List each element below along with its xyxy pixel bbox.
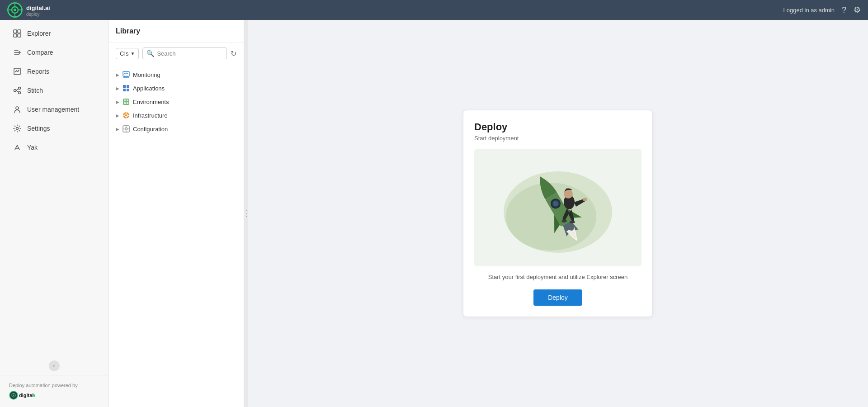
tree-item-label: Applications [133,85,165,92]
infrastructure-icon [122,111,130,119]
yak-icon [13,143,22,152]
svg-point-2 [14,9,16,11]
sidebar-item-explorer[interactable]: Explorer [4,24,104,43]
svg-rect-25 [123,89,126,91]
svg-rect-23 [123,85,126,88]
library-title: Library [108,20,244,43]
sidebar-item-label: Reports [27,68,49,75]
tree-arrow-infrastructure: ▶ [116,113,119,118]
panel-resizer[interactable]: ⋮ [244,20,248,407]
sidebar-item-label: Yak [27,144,38,151]
logo-area: digital.ai deploy [7,2,50,18]
svg-point-39 [125,128,127,130]
sidebar-item-label: Explorer [27,30,51,37]
sidebar-item-yak[interactable]: Yak [4,138,104,156]
reports-icon [13,67,22,76]
tree-item-label: Infrastructure [133,112,168,119]
svg-rect-26 [127,89,129,91]
svg-rect-30 [124,102,126,104]
deploy-card-subtitle: Start deployment [474,135,642,142]
tree-arrow-configuration: ▶ [116,127,119,132]
svg-point-47 [583,198,587,201]
svg-rect-27 [123,99,129,105]
svg-point-19 [13,395,14,396]
library-toolbar: CIs ▼ 🔍 ↻ [108,43,244,64]
user-management-icon [13,105,22,114]
tree-item-label: Environments [133,99,169,105]
tree-arrow-monitoring: ▶ [116,72,119,77]
footer-text: Deploy automation powered by [9,383,99,388]
help-icon[interactable]: ? [842,5,846,15]
cls-dropdown[interactable]: CIs ▼ [116,48,139,59]
sidebar-item-user-management[interactable]: User management [4,100,104,118]
tree-item-label: Monitoring [133,71,160,78]
sidebar-item-label: User management [27,106,79,113]
topbar: digital.ai deploy Logged in as admin ? ⚙ [0,0,868,20]
svg-text:.ai: .ai [31,393,36,398]
explorer-icon [13,29,22,38]
monitoring-icon [122,71,130,79]
sidebar-item-settings[interactable]: Settings [4,119,104,137]
svg-rect-9 [14,34,17,37]
collapse-sidebar-button[interactable]: ‹ [49,360,60,371]
tree-item-environments[interactable]: ▶ Environments [108,95,244,109]
tree-item-monitoring[interactable]: ▶ Monitoring [108,68,244,81]
deploy-button[interactable]: Deploy [533,289,582,306]
main-layout: Explorer Compare Repor [0,20,868,407]
search-icon: 🔍 [146,50,154,57]
sidebar: Explorer Compare Repor [0,20,108,407]
settings-icon[interactable]: ⚙ [854,5,861,15]
tree-item-configuration[interactable]: ▶ Configuration [108,122,244,136]
tree-item-label: Configuration [133,126,168,133]
svg-point-48 [561,220,567,222]
compare-icon [13,48,22,57]
svg-point-14 [19,92,21,94]
logged-in-text: Logged in as admin [783,7,835,14]
applications-icon [122,84,130,92]
sidebar-item-compare[interactable]: Compare [4,43,104,62]
svg-point-16 [16,128,19,130]
search-input[interactable] [157,50,223,57]
svg-rect-10 [18,34,21,37]
sidebar-item-label: Settings [27,125,50,132]
deploy-card-title: Deploy [474,121,642,133]
sidebar-footer: Deploy automation powered by digital .ai [0,375,108,407]
topbar-right: Logged in as admin ? ⚙ [783,5,861,15]
stitch-icon [13,86,22,95]
sidebar-item-reports[interactable]: Reports [4,62,104,80]
chevron-down-icon: ▼ [131,51,135,56]
sidebar-item-label: Stitch [27,87,43,94]
configuration-icon [122,125,130,133]
footer-logo: digital .ai [9,391,99,400]
svg-point-49 [570,221,575,223]
deploy-card-desc: Start your first deployment and utilize … [474,274,642,280]
svg-rect-31 [127,102,128,104]
sidebar-item-stitch[interactable]: Stitch [4,81,104,99]
refresh-icon[interactable]: ↻ [231,49,236,58]
logo-text-block: digital.ai deploy [26,4,50,17]
tree-arrow-applications: ▶ [116,86,119,91]
main-content: Deploy Start deployment [248,20,868,407]
svg-rect-7 [14,30,17,33]
sidebar-nav: Explorer Compare Repor [0,20,108,357]
tree-arrow-environments: ▶ [116,99,119,104]
tree-item-applications[interactable]: ▶ Applications [108,81,244,95]
svg-rect-28 [124,99,126,101]
svg-point-15 [16,107,19,109]
library-panel: Library CIs ▼ 🔍 ↻ ▶ [108,20,244,407]
deploy-card: Deploy Start deployment [463,110,653,317]
tree-item-infrastructure[interactable]: ▶ Infrastructure [108,109,244,122]
svg-rect-24 [127,85,129,88]
logo-icon [7,2,23,18]
svg-point-12 [14,90,16,92]
svg-point-13 [19,87,21,90]
sidebar-item-label: Compare [27,49,53,56]
svg-rect-8 [18,30,21,33]
search-box: 🔍 [142,47,227,59]
deploy-illustration [474,149,642,266]
svg-rect-29 [127,99,128,101]
library-tree: ▶ Monitoring ▶ [108,64,244,139]
settings-nav-icon [13,124,22,133]
environments-icon [122,98,130,106]
